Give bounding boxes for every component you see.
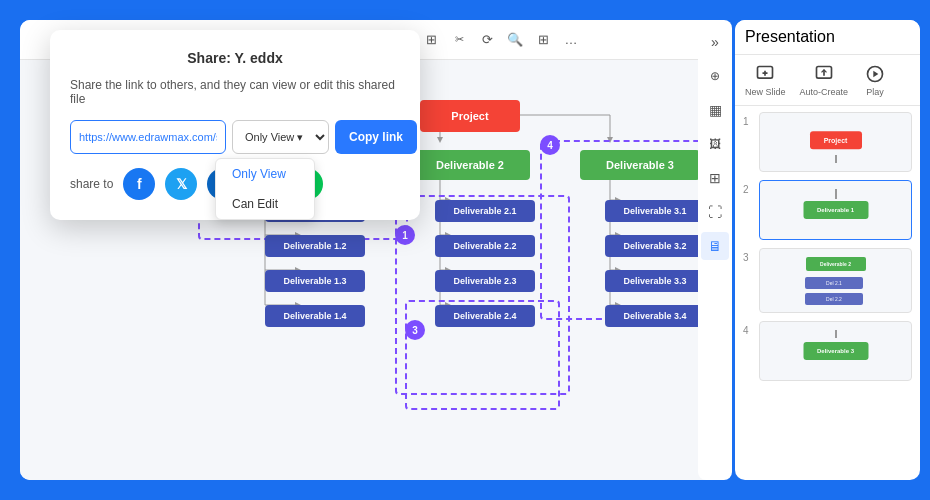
dropdown-only-view[interactable]: Only View: [216, 159, 314, 189]
share-url-input[interactable]: [70, 120, 226, 154]
slides-list: 1 Project 2 Deliverable 1 3 Deliverable …: [735, 106, 920, 480]
share-modal: Share: Y. eddx Share the link to others,…: [50, 30, 420, 220]
share-view-select[interactable]: Only View ▾ Can Edit: [232, 120, 329, 154]
slide-item-3[interactable]: 3 Deliverable 2 Del 2.1 Del 2.2: [743, 248, 912, 313]
slide-number-2: 2: [743, 184, 753, 195]
cursor-tool-icon[interactable]: ⊕: [701, 62, 729, 90]
thumb4-del3: Deliverable 3: [803, 342, 868, 360]
toolbar-more-icon[interactable]: …: [560, 29, 582, 51]
sub-node-1-3: Deliverable 1.3: [265, 270, 365, 292]
play-action[interactable]: Play: [862, 63, 888, 97]
new-slide-action[interactable]: New Slide: [745, 63, 786, 97]
presentation-actions: New Slide Auto-Create Play: [735, 55, 920, 106]
sub-node-1-2: Deliverable 1.2: [265, 235, 365, 257]
thumb3-sub1: Del 2.1: [805, 277, 862, 289]
sub-node-2-4: Deliverable 2.4: [435, 305, 535, 327]
toolbar-zoom-icon[interactable]: 🔍: [504, 29, 526, 51]
share-modal-desc: Share the link to others, and they can v…: [70, 78, 400, 106]
thumb2-del1: Deliverable 1: [803, 201, 868, 219]
auto-create-icon: [811, 63, 837, 85]
thumb1-project: Project: [810, 131, 862, 149]
presentation-title: Presentation: [745, 28, 835, 46]
play-label: Play: [866, 87, 884, 97]
media-icon[interactable]: 🖼: [701, 130, 729, 158]
thumb3-sub2: Del 2.2: [805, 293, 862, 305]
auto-create-label: Auto-Create: [800, 87, 849, 97]
copy-link-button[interactable]: Copy link: [335, 120, 417, 154]
sub-node-3-4: Deliverable 3.4: [605, 305, 705, 327]
thumb4-line: [835, 330, 837, 338]
thumb3-del2: Deliverable 2: [806, 257, 866, 271]
badge-3: 3: [405, 320, 425, 340]
presentation-panel-header: Presentation: [735, 20, 920, 55]
facebook-share-button[interactable]: f: [123, 168, 155, 200]
badge-4: 4: [540, 135, 560, 155]
share-to-label: share to: [70, 177, 113, 191]
auto-create-action[interactable]: Auto-Create: [800, 63, 849, 97]
sub-node-3-2: Deliverable 3.2: [605, 235, 705, 257]
right-icon-strip: » ⊕ ▦ 🖼 ⊞ ⛶ 🖥: [698, 20, 732, 480]
sub-node-3-3: Deliverable 3.3: [605, 270, 705, 292]
sub-node-3-1: Deliverable 3.1: [605, 200, 705, 222]
deliverable3-node: Deliverable 3: [580, 150, 700, 180]
thumb2-line: [835, 189, 837, 199]
share-link-row: Only View ▾ Can Edit Copy link Only View…: [70, 120, 400, 154]
expand-tool-icon[interactable]: ⛶: [701, 198, 729, 226]
shapes-icon[interactable]: ▦: [701, 96, 729, 124]
sub-node-2-2: Deliverable 2.2: [435, 235, 535, 257]
share-modal-title: Share: Y. eddx: [70, 50, 400, 66]
twitter-share-button[interactable]: 𝕏: [165, 168, 197, 200]
slide-number-1: 1: [743, 116, 753, 127]
slide-thumb-1[interactable]: Project: [759, 112, 912, 172]
slide-item-1[interactable]: 1 Project: [743, 112, 912, 172]
slide-item-4[interactable]: 4 Deliverable 3: [743, 321, 912, 381]
project-node: Project: [420, 100, 520, 132]
toolbar-rotate-icon[interactable]: ⟳: [476, 29, 498, 51]
badge-1: 1: [395, 225, 415, 245]
slide-thumb-3[interactable]: Deliverable 2 Del 2.1 Del 2.2: [759, 248, 912, 313]
dropdown-can-edit[interactable]: Can Edit: [216, 189, 314, 219]
slide-number-3: 3: [743, 252, 753, 263]
presentation-panel: Presentation New Slide Auto-Create: [735, 20, 920, 480]
sub-node-2-3: Deliverable 2.3: [435, 270, 535, 292]
thumb1-line: [835, 155, 837, 163]
sub-node-2-1: Deliverable 2.1: [435, 200, 535, 222]
slide-item-2[interactable]: 2 Deliverable 1: [743, 180, 912, 240]
svg-marker-35: [873, 71, 878, 78]
toolbar-cut-icon[interactable]: ✂: [448, 29, 470, 51]
slide-thumb-4[interactable]: Deliverable 3: [759, 321, 912, 381]
toolbar-grid-icon[interactable]: ⊞: [420, 29, 442, 51]
slide-number-4: 4: [743, 325, 753, 336]
deliverable2-node: Deliverable 2: [410, 150, 530, 180]
play-icon: [862, 63, 888, 85]
slideshow-tool-icon[interactable]: 🖥: [701, 232, 729, 260]
chevron-right-icon[interactable]: »: [701, 28, 729, 56]
table-tool-icon[interactable]: ⊞: [701, 164, 729, 192]
toolbar-table-icon[interactable]: ⊞: [532, 29, 554, 51]
slide-thumb-2[interactable]: Deliverable 1: [759, 180, 912, 240]
new-slide-icon: [752, 63, 778, 85]
sub-node-1-4: Deliverable 1.4: [265, 305, 365, 327]
view-dropdown: Only View Can Edit: [215, 158, 315, 220]
new-slide-label: New Slide: [745, 87, 786, 97]
